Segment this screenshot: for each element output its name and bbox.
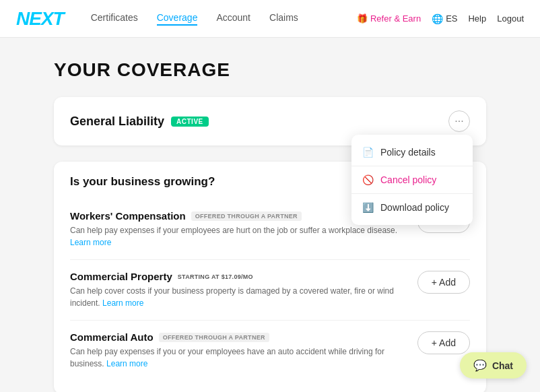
nav-certificates[interactable]: Certificates — [91, 12, 138, 26]
cancel-policy-item[interactable]: 🚫 Cancel policy — [351, 166, 473, 193]
header-right: 🎁 Refer & Earn 🌐 ES Help Logout — [357, 13, 524, 24]
page-title: YOUR COVERAGE — [54, 59, 486, 81]
commercial-property-add-button[interactable]: + Add — [417, 271, 470, 294]
commercial-property-learn-more[interactable]: Learn more — [102, 298, 143, 308]
commercial-auto-learn-more[interactable]: Learn more — [106, 359, 147, 368]
nav-coverage[interactable]: Coverage — [157, 12, 198, 26]
policy-details-item[interactable]: 📄 Policy details — [351, 139, 473, 166]
commercial-property-row: Commercial Property STARTING AT $17.09/M… — [70, 260, 470, 321]
general-liability-card: General Liability ACTIVE ··· 📄 Policy de… — [54, 97, 486, 145]
logout-button[interactable]: Logout — [497, 13, 524, 24]
commercial-auto-name: Commercial Auto OFFERED THROUGH A PARTNE… — [70, 331, 407, 343]
commercial-auto-row: Commercial Auto OFFERED THROUGH A PARTNE… — [70, 321, 470, 381]
card-title: General Liability ACTIVE — [70, 115, 209, 129]
chat-icon: 💬 — [473, 359, 487, 372]
policy-details-label: Policy details — [380, 147, 436, 158]
download-icon: ⬇️ — [362, 202, 374, 213]
chat-label: Chat — [492, 360, 513, 371]
commercial-auto-add-button[interactable]: + Add — [417, 331, 470, 354]
logo: NEXT — [16, 8, 64, 30]
active-badge: ACTIVE — [171, 117, 209, 127]
commercial-property-name: Commercial Property STARTING AT $17.09/M… — [70, 271, 407, 282]
workers-comp-badge: OFFERED THROUGH A PARTNER — [191, 211, 302, 221]
cancel-icon: 🚫 — [362, 174, 374, 185]
main-nav: Certificates Coverage Account Claims — [91, 12, 357, 26]
document-icon: 📄 — [362, 147, 374, 158]
nav-account[interactable]: Account — [216, 12, 250, 26]
language-button[interactable]: 🌐 ES — [432, 13, 457, 24]
commercial-property-price: STARTING AT $17.09/MO — [178, 273, 253, 280]
chat-button[interactable]: 💬 Chat — [460, 352, 527, 379]
refer-earn-button[interactable]: 🎁 Refer & Earn — [357, 13, 421, 24]
options-dropdown: 📄 Policy details 🚫 Cancel policy ⬇️ Down… — [351, 135, 473, 225]
cancel-policy-label: Cancel policy — [380, 174, 436, 185]
general-liability-title: General Liability — [70, 115, 164, 129]
gift-icon: 🎁 — [357, 13, 368, 24]
commercial-auto-desc: Can help pay expenses if you or your emp… — [70, 346, 407, 370]
commercial-auto-info: Commercial Auto OFFERED THROUGH A PARTNE… — [70, 331, 417, 370]
commercial-property-info: Commercial Property STARTING AT $17.09/M… — [70, 271, 417, 309]
card-header: General Liability ACTIVE ··· — [70, 110, 470, 132]
globe-icon: 🌐 — [432, 13, 443, 24]
nav-claims[interactable]: Claims — [269, 12, 298, 26]
workers-comp-learn-more[interactable]: Learn more — [70, 238, 111, 247]
workers-comp-desc: Can help pay expenses if your employees … — [70, 224, 407, 249]
download-policy-item[interactable]: ⬇️ Download policy — [351, 194, 473, 221]
growing-title: Is your business growing? — [70, 175, 215, 189]
commercial-auto-badge: OFFERED THROUGH A PARTNER — [159, 333, 269, 342]
help-link[interactable]: Help — [468, 13, 486, 24]
header: NEXT Certificates Coverage Account Claim… — [0, 0, 540, 38]
commercial-property-desc: Can help cover costs if your business pr… — [70, 285, 407, 309]
more-options-button[interactable]: ··· — [448, 110, 470, 132]
download-policy-label: Download policy — [380, 202, 449, 213]
main-content: YOUR COVERAGE General Liability ACTIVE ·… — [0, 38, 540, 392]
